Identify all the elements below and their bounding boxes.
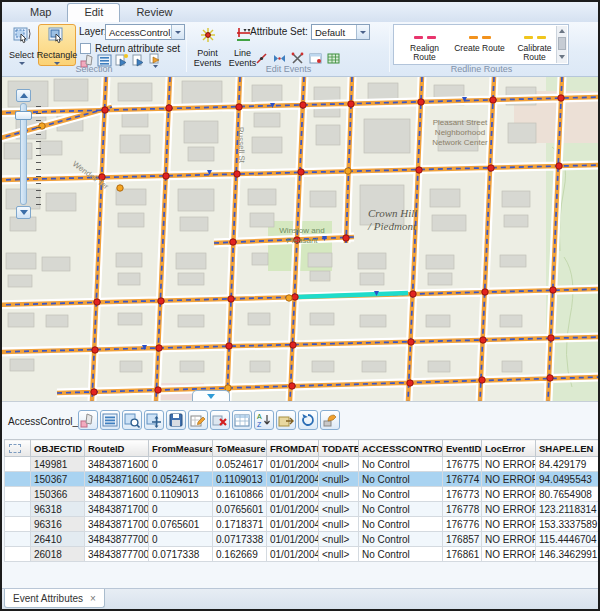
table-cell[interactable]: 0 [149,457,213,472]
table-cell[interactable]: NO ERROR [482,547,536,562]
table-cell[interactable]: 123.2118314 [536,502,600,517]
zoom-to-selection-button[interactable] [122,410,142,430]
table-cell[interactable]: <null> [319,502,359,517]
table-cell[interactable]: 01/01/2004 [267,517,319,532]
table-cell[interactable]: <null> [319,472,359,487]
table-cell[interactable]: 26410 [31,532,85,547]
scroll-thumb[interactable] [558,37,566,50]
select-button[interactable]: Select [5,24,38,66]
table-cell[interactable]: 150367 [31,472,85,487]
save-button[interactable] [166,410,186,430]
table-cell[interactable]: 0.0524617 [213,457,267,472]
table-cell[interactable]: <null> [319,517,359,532]
table-cell[interactable]: 34843871600 [85,487,149,502]
row-selector[interactable] [5,502,31,517]
table-cell[interactable]: 01/01/2004 [267,532,319,547]
table-cell[interactable]: 80.7654908 [536,487,600,502]
table-cell[interactable]: 0 [149,532,213,547]
attribute-set-dropdown-button[interactable] [356,25,369,39]
column-header[interactable]: SHAPE.LEN [536,440,600,457]
table-cell[interactable]: <null> [319,547,359,562]
table-cell[interactable]: 0 [149,502,213,517]
table-cell[interactable]: 01/01/2004 [267,502,319,517]
table-cell[interactable]: 176773 [443,487,482,502]
table-cell[interactable]: 0.0765601 [149,517,213,532]
rectangle-button[interactable]: Rectangle [38,24,76,66]
table-cell[interactable]: 0.1109013 [149,487,213,502]
table-cell[interactable]: 149981 [31,457,85,472]
table-cell[interactable]: 26018 [31,547,85,562]
table-cell[interactable]: 34843871600 [85,472,149,487]
export-records-button[interactable] [276,410,296,430]
table-cell[interactable]: No Control [359,532,443,547]
map-canvas[interactable]: Wendell Ter Russell St Pleasant Street N… [2,77,598,401]
column-header[interactable]: ACCESSCONTROL [359,440,443,457]
table-row[interactable]: 264103484387770000.071733801/01/2004<nul… [5,532,600,547]
zoom-out-button[interactable] [16,206,31,219]
table-cell[interactable]: No Control [359,457,443,472]
table-cell[interactable]: No Control [359,517,443,532]
column-header[interactable]: OBJECTID [31,440,85,457]
table-cell[interactable]: NO ERROR [482,502,536,517]
table-cell[interactable]: 0.1610866 [213,487,267,502]
table-cell[interactable]: 84.429179 [536,457,600,472]
column-header[interactable]: LocError [482,440,536,457]
table-cell[interactable]: 176776 [443,517,482,532]
column-header[interactable]: ToMeasure [213,440,267,457]
column-header[interactable]: EventID [443,440,482,457]
table-cell[interactable]: 0.0524617 [149,472,213,487]
row-selector[interactable] [5,547,31,562]
row-selector[interactable] [5,472,31,487]
table-cell[interactable]: 0.1109013 [213,472,267,487]
zoom-in-button[interactable] [16,89,31,102]
table-cell[interactable]: NO ERROR [482,532,536,547]
table-row[interactable]: 963183484387170000.076560101/01/2004<nul… [5,502,600,517]
table-cell[interactable]: No Control [359,502,443,517]
table-cell[interactable]: 0.162669 [213,547,267,562]
table-cell[interactable]: 34843871700 [85,502,149,517]
table-cell[interactable]: No Control [359,547,443,562]
layer-dropdown-button[interactable] [171,25,184,39]
table-cell[interactable]: <null> [319,532,359,547]
table-cell[interactable]: 34843871600 [85,457,149,472]
layer-combobox[interactable]: AccessControl_A [105,24,185,40]
row-selector[interactable] [5,532,31,547]
table-cell[interactable]: 0.0717338 [149,547,213,562]
column-header[interactable]: FROMDATE [267,440,319,457]
tab-review[interactable]: Review [120,4,188,22]
column-header[interactable]: TODATE [319,440,359,457]
table-cell[interactable]: 96316 [31,517,85,532]
column-header[interactable]: FromMeasure [149,440,213,457]
table-cell[interactable]: 94.0495543 [536,472,600,487]
table-row[interactable]: 150366348438716000.11090130.161086601/01… [5,487,600,502]
attribute-set-combobox[interactable]: Default [311,24,370,40]
table-cell[interactable]: 176775 [443,457,482,472]
identify-button[interactable] [320,410,340,430]
calibrate-route-button[interactable]: Calibrate Route [508,26,561,63]
table-cell[interactable]: 34843877700 [85,532,149,547]
table-cell[interactable]: 115.4446704 [536,532,600,547]
table-cell[interactable]: NO ERROR [482,457,536,472]
map-view[interactable]: Wendell Ter Russell St Pleasant Street N… [2,77,598,401]
table-cell[interactable]: 34843871700 [85,517,149,532]
zoom-slider[interactable] [14,89,44,219]
tab-edit[interactable]: Edit [67,3,120,22]
zoom-handle[interactable] [15,111,32,120]
table-cell[interactable]: 176861 [443,547,482,562]
refresh-button[interactable] [298,410,318,430]
remove-from-selection-button[interactable] [210,410,230,430]
pan-to-selection-button[interactable] [144,410,164,430]
table-cell[interactable]: 153.3337589 [536,517,600,532]
table-cell[interactable]: 146.3462991 [536,547,600,562]
table-row[interactable]: 150367348438716000.05246170.110901301/01… [5,472,600,487]
table-cell[interactable]: <null> [319,487,359,502]
table-cell[interactable]: 01/01/2004 [267,487,319,502]
table-cell[interactable]: 96318 [31,502,85,517]
scroll-down-icon[interactable] [559,55,565,59]
table-cell[interactable]: 176778 [443,502,482,517]
table-cell[interactable]: 34843877700 [85,547,149,562]
table-cell[interactable]: No Control [359,487,443,502]
table-cell[interactable]: 176857 [443,532,482,547]
scroll-up-icon[interactable] [559,29,565,33]
tab-map[interactable]: Map [14,4,67,22]
